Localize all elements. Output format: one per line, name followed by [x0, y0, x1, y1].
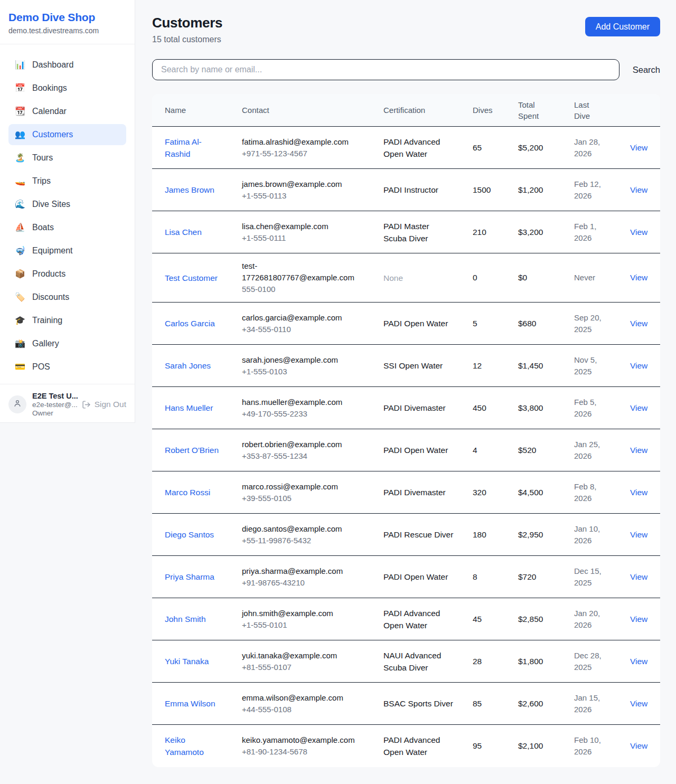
customer-actions-cell: View [630, 699, 647, 709]
view-link[interactable]: View [630, 657, 647, 666]
customer-name-link[interactable]: Keiko Yamamoto [165, 734, 220, 758]
view-link[interactable]: View [630, 361, 647, 370]
customer-name-link[interactable]: Hans Mueller [165, 402, 213, 414]
customer-name-link[interactable]: Sarah Jones [165, 360, 211, 372]
sidebar-item-label: Gallery [32, 339, 59, 348]
customer-actions-cell: View [630, 273, 647, 282]
sidebar: Demo Dive Shop demo.test.divestreams.com… [0, 0, 135, 423]
customer-last-dive: Jan 10, 2026 [574, 523, 612, 546]
customer-dives: 5 [473, 319, 518, 328]
customer-certification-cell: PADI Divemaster [383, 486, 473, 498]
sidebar-item-bookings[interactable]: 📅 Bookings [8, 78, 126, 99]
customer-name-link[interactable]: Yuki Tanaka [165, 655, 209, 667]
view-link[interactable]: View [630, 699, 647, 708]
customer-certification-cell: PADI Open Water [383, 317, 473, 329]
sidebar-item-calendar[interactable]: 📆 Calendar [8, 101, 126, 122]
view-link[interactable]: View [630, 143, 647, 152]
sidebar-item-boats[interactable]: ⛵ Boats [8, 217, 126, 238]
view-link[interactable]: View [630, 741, 647, 750]
customer-name-link[interactable]: Carlos Garcia [165, 317, 215, 329]
shop-name: Demo Dive Shop [8, 11, 126, 24]
column-header-certification: Certification [383, 106, 473, 115]
customer-name-link[interactable]: Test Customer [165, 272, 218, 284]
avatar [8, 395, 26, 413]
sidebar-item-training[interactable]: 🎓 Training [8, 310, 126, 331]
view-link[interactable]: View [630, 488, 647, 497]
sidebar-item-label: POS [32, 362, 50, 372]
search-button[interactable]: Search [633, 65, 660, 75]
customer-phone: +971-55-123-4567 [242, 148, 363, 159]
customer-total-spent: $2,600 [518, 699, 574, 709]
customer-actions-cell: View [630, 403, 647, 413]
sign-out-button[interactable]: Sign Out [82, 400, 126, 409]
sidebar-item-customers[interactable]: 👥 Customers [8, 124, 126, 145]
customer-name-cell: Robert O'Brien [165, 444, 242, 456]
view-link[interactable]: View [630, 615, 647, 624]
customer-name-link[interactable]: Diego Santos [165, 528, 214, 541]
user-email: e2e-tester@... [32, 401, 76, 409]
sidebar-item-dashboard[interactable]: 📊 Dashboard [8, 54, 126, 75]
customer-total-spent: $680 [518, 319, 574, 328]
view-link[interactable]: View [630, 446, 647, 455]
sidebar-item-pos[interactable]: 💳 POS [8, 356, 126, 377]
column-header-contact: Contact [242, 106, 383, 115]
page-title: Customers [152, 15, 222, 31]
sidebar-user-panel: E2E Test U... e2e-tester@... Owner Sign … [0, 384, 135, 426]
view-link[interactable]: View [630, 530, 647, 539]
customer-name-link[interactable]: Fatima Al-Rashid [165, 136, 220, 160]
customer-last-dive: Feb 10, 2026 [574, 734, 612, 758]
customer-name-link[interactable]: John Smith [165, 613, 206, 625]
customer-contact-cell: carlos.garcia@example.com +34-555-0110 [242, 312, 383, 335]
customer-total-spent: $2,950 [518, 530, 574, 540]
sidebar-item-trips[interactable]: 🚤 Trips [8, 171, 126, 192]
customer-name-link[interactable]: Robert O'Brien [165, 444, 219, 456]
customer-contact-cell: robert.obrien@example.com +353-87-555-12… [242, 439, 383, 462]
customer-name-link[interactable]: Lisa Chen [165, 226, 202, 238]
customer-last-dive: Dec 15, 2025 [574, 565, 612, 589]
customer-name-cell: Test Customer [165, 272, 242, 284]
customer-dives: 95 [473, 741, 518, 751]
camera-icon: 📸 [15, 339, 25, 348]
add-customer-button[interactable]: Add Customer [585, 17, 660, 36]
customer-email: robert.obrien@example.com [242, 439, 363, 450]
customer-dives: 4 [473, 446, 518, 455]
customer-email: hans.mueller@example.com [242, 396, 363, 408]
view-link[interactable]: View [630, 185, 647, 194]
sidebar-item-products[interactable]: 📦 Products [8, 263, 126, 285]
search-input[interactable] [152, 59, 619, 80]
sidebar-item-equipment[interactable]: 🤿 Equipment [8, 240, 126, 261]
customer-phone: +81-90-1234-5678 [242, 746, 363, 758]
customer-contact-cell: priya.sharma@example.com +91-98765-43210 [242, 565, 383, 589]
table-row: Fatima Al-Rashid fatima.alrashid@example… [152, 127, 660, 169]
view-link[interactable]: View [630, 228, 647, 237]
customer-email: diego.santos@example.com [242, 523, 363, 535]
customer-email: yuki.tanaka@example.com [242, 650, 363, 662]
customer-name-link[interactable]: Marco Rossi [165, 486, 210, 498]
user-info: E2E Test U... e2e-tester@... Owner [32, 392, 76, 417]
customer-actions-cell: View [630, 228, 647, 237]
customer-phone: 555-0100 [242, 284, 363, 295]
customer-name-link[interactable]: Priya Sharma [165, 571, 214, 583]
sidebar-item-dive-sites[interactable]: 🌊 Dive Sites [8, 194, 126, 215]
sidebar-item-label: Tours [32, 153, 53, 163]
customer-contact-cell: diego.santos@example.com +55-11-99876-54… [242, 523, 383, 546]
view-link[interactable]: View [630, 273, 647, 282]
column-header-last-dive: Last Dive [574, 99, 630, 121]
customer-last-dive-cell: Nov 5, 2025 [574, 354, 630, 377]
table-row: Priya Sharma priya.sharma@example.com +9… [152, 556, 660, 598]
customer-contact-cell: james.brown@example.com +1-555-0113 [242, 178, 383, 202]
customer-name-link[interactable]: Emma Wilson [165, 697, 215, 710]
table-row: Lisa Chen lisa.chen@example.com +1-555-0… [152, 211, 660, 253]
view-link[interactable]: View [630, 572, 647, 581]
sidebar-item-label: Discounts [32, 292, 69, 302]
customer-total-spent: $4,500 [518, 488, 574, 497]
sidebar-item-tours[interactable]: 🏝️ Tours [8, 147, 126, 168]
view-link[interactable]: View [630, 319, 647, 328]
view-link[interactable]: View [630, 403, 647, 412]
customer-phone: +1-555-0103 [242, 366, 363, 377]
customer-last-dive-cell: Jan 25, 2026 [574, 439, 630, 462]
customer-phone: +353-87-555-1234 [242, 450, 363, 462]
sidebar-item-discounts[interactable]: 🏷️ Discounts [8, 287, 126, 308]
customer-name-link[interactable]: James Brown [165, 184, 214, 196]
sidebar-item-gallery[interactable]: 📸 Gallery [8, 333, 126, 354]
